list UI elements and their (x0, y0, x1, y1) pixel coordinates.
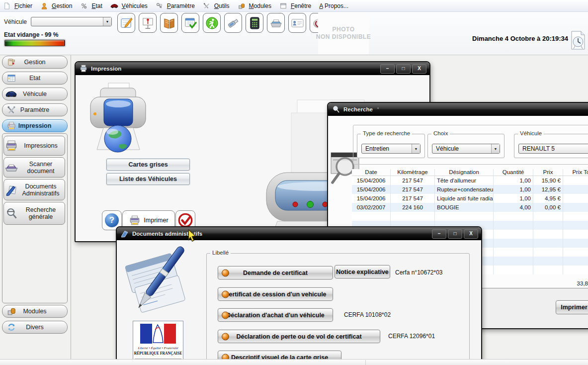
table-cell (533, 221, 563, 230)
doc-button-label: Certificat de cession d'un vehicule (224, 291, 326, 298)
cerfa-label: CERFA 12096*01 (388, 333, 435, 340)
type-recherche-select[interactable]: Entretien ▼ (361, 144, 420, 154)
table-row[interactable]: 15/04/2006217 547Liquide anti fuite radi… (352, 194, 588, 203)
table-cell: 4,00 (494, 203, 533, 212)
menu-item-label: Gestion (52, 2, 72, 9)
notice-explicative-button[interactable]: Notice explicative (335, 265, 390, 278)
maximize-button[interactable]: □ (396, 64, 411, 74)
table-row[interactable]: 15/04/2006217 547Rupteur+condensateur1,0… (352, 185, 588, 194)
table-cell (494, 266, 533, 274)
sidebar-item-modules[interactable]: Modules (2, 305, 68, 318)
sidebar-item-divers[interactable]: Divers (2, 321, 68, 334)
table-header-cell[interactable]: Prix Total (563, 169, 588, 176)
table-row[interactable]: 03/02/2007224 160BOUGIE4,000,00 €0,00 (352, 203, 588, 212)
table-cell (533, 248, 563, 257)
table-cell (563, 230, 588, 239)
cerfa-label: CERFA 10108*02 (344, 311, 391, 318)
menu-item-param-tre[interactable]: Paramètre (156, 2, 195, 9)
table-header-cell[interactable]: Date (352, 169, 391, 176)
minimize-button[interactable]: – (432, 229, 446, 239)
close-button[interactable]: X (464, 229, 478, 239)
sidebar-subitem-recherche-g-n-rale[interactable]: Recherche générale (3, 202, 65, 225)
table-row[interactable]: 15/04/2006217 547Tête d'allumeur1,0015,9… (352, 176, 588, 185)
printer-icon (129, 215, 141, 226)
chevron-down-icon[interactable]: ▼ (412, 144, 420, 153)
doc-button-certificat-de-cession-d-un-vehicule[interactable]: Certificat de cession d'un vehicule (218, 287, 333, 301)
sidebar-item-gestion[interactable]: Gestion (2, 56, 68, 69)
window-impression-titlebar[interactable]: Impression – □ X (76, 62, 429, 75)
sidebar-item-v-hicule[interactable]: Véhicule (2, 88, 68, 100)
toolbar (117, 13, 328, 33)
sidebar-subitem-scanner-document[interactable]: Scanner document (3, 157, 65, 178)
sidebar-subitem-impressions[interactable]: Impressions (3, 136, 65, 156)
minimize-button[interactable]: – (380, 64, 395, 74)
menu-item-etat[interactable]: Etat (80, 2, 102, 9)
title-decoration: ° (377, 107, 379, 112)
vehicule-result-select[interactable]: RENAULT 5 ▼ (518, 144, 588, 154)
table-cell: Liquide anti fuite radia (435, 194, 494, 203)
table-cell: 1,00 (494, 185, 533, 194)
doc-button-d-claration-d-achat-d-un-v-hicule[interactable]: Déclaration d'achat d'un véhicule (218, 308, 333, 322)
cartes-grises-button[interactable]: Cartes grises (106, 159, 190, 171)
toolbar-notepad-button[interactable] (117, 13, 135, 33)
toolbar-calculator-button[interactable] (246, 13, 263, 33)
sidebar-item-etat[interactable]: Etat (2, 72, 68, 85)
menu-item-fen-tre[interactable]: Fenêtre (279, 2, 311, 9)
vidange-progressbar (4, 40, 65, 46)
table-header-cell[interactable]: Quantité (494, 169, 533, 176)
status-bar-divider (365, 360, 366, 365)
menu-bar: FichierGestionEtatVéhiculesParamètreOuti… (0, 0, 588, 12)
sidebar-subitem-documents-administratifs[interactable]: Documents Administratifs (3, 179, 65, 200)
window-documents: Documents administratifs – □ X (116, 226, 482, 365)
table-cell (563, 221, 588, 230)
table-cell: Rupteur+condensateur (435, 185, 494, 194)
chevron-down-icon[interactable]: ▼ (491, 144, 500, 153)
table-header-cell[interactable]: Kilomètrage (391, 169, 435, 176)
table-cell: 15/04/2006 (352, 194, 391, 203)
toolbar-calendar-check-button[interactable] (181, 13, 199, 33)
table-cell: 12,95 (563, 185, 588, 194)
sidebar-item-param-tre[interactable]: Paramètre (2, 103, 68, 116)
sidebar-item-label: Modules (23, 308, 46, 315)
vehicule-select[interactable]: ▼ (31, 17, 112, 26)
close-button[interactable]: X (412, 64, 426, 74)
doc-button-label: Demande de certificat (243, 270, 308, 276)
table-cell: 217 547 (391, 194, 435, 203)
toolbar-usb-button[interactable] (224, 13, 242, 33)
menu-item-v-hicules[interactable]: Véhicules (110, 2, 148, 9)
menu-item-outils[interactable]: Outils (203, 2, 230, 9)
menu-item-fichier[interactable]: Fichier (3, 2, 32, 9)
table-cell: BOUGIE (435, 203, 494, 212)
app-window: FichierGestionEtatVéhiculesParamètreOuti… (0, 0, 588, 365)
cerfa-label: Cerfa n°10672*03 (395, 269, 443, 276)
doc-button-demande-de-certificat[interactable]: Demande de certificat (218, 266, 333, 279)
maximize-button[interactable]: □ (448, 229, 462, 239)
table-cell: 15/04/2006 (352, 176, 391, 185)
car-icon (110, 2, 118, 9)
pinboard-icon (141, 16, 155, 30)
toolbar-pinboard-button[interactable] (139, 13, 157, 33)
table-header-cell[interactable]: Prix (533, 169, 563, 176)
menu-item-label: Etat (91, 2, 102, 9)
toolbar-runner-button[interactable] (203, 13, 221, 33)
sidebar-item-impression[interactable]: Impression (2, 119, 68, 132)
menu-item-a-propos[interactable]: A Propos... (319, 2, 348, 9)
menu-item-modules[interactable]: Modules (238, 2, 271, 9)
window-recherche-titlebar[interactable]: Recherche ° (328, 103, 588, 116)
document-icon (121, 230, 129, 238)
menu-item-gestion[interactable]: Gestion (40, 2, 72, 9)
window-icon (279, 2, 287, 9)
menu-item-label: Paramètre (167, 2, 195, 9)
choix-select[interactable]: Véhicule ▼ (432, 144, 500, 154)
table-header-cell[interactable]: Désignation (435, 169, 494, 176)
toolbar-id-card-button[interactable] (288, 13, 306, 33)
liste-vehicules-button[interactable]: Liste des Véhicules (106, 173, 190, 185)
table-row[interactable] (352, 212, 588, 221)
chevron-down-icon[interactable]: ▼ (103, 17, 111, 26)
window-documents-titlebar[interactable]: Documents administratifs – □ X (117, 227, 481, 240)
doc-button-d-claration-de-perte-ou-de-vol-de-certificat[interactable]: Déclaration de perte ou de vol de certif… (218, 330, 380, 343)
toolbar-scanner-button[interactable] (267, 13, 285, 33)
toolbar-book-button[interactable] (160, 13, 178, 33)
recherche-imprimer-button[interactable]: Imprimer (556, 300, 588, 314)
orange-orb-icon (222, 333, 229, 340)
